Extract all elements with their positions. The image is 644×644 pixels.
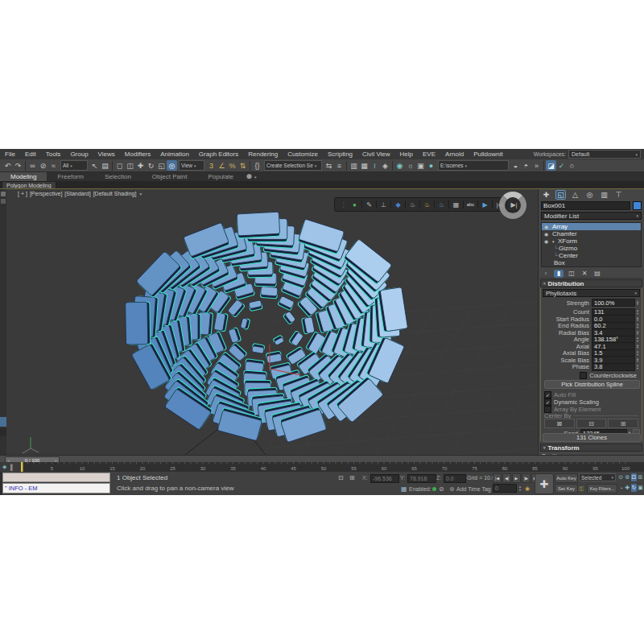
array-panel[interactable] bbox=[237, 212, 280, 238]
zoom-all-button[interactable]: ⊚ bbox=[625, 473, 630, 481]
spinner-arrows[interactable]: ▲▼ bbox=[636, 316, 639, 322]
abc-icon[interactable]: abc bbox=[465, 200, 476, 209]
rotate-icon[interactable]: ↻ bbox=[146, 160, 156, 171]
spinner-arrows[interactable]: ▲▼ bbox=[636, 330, 639, 336]
teapot-blue-icon[interactable]: ♨ bbox=[436, 200, 447, 209]
teapot-yellow-icon[interactable]: ♨ bbox=[422, 200, 432, 209]
pan-button[interactable]: ✚ bbox=[625, 484, 630, 492]
go-start-button[interactable]: |◀ bbox=[493, 473, 502, 483]
viewport-menu-plus[interactable]: [ + ] bbox=[18, 191, 27, 196]
viewport-standard-label[interactable]: [Standard] bbox=[64, 191, 90, 196]
named-sets-icon[interactable]: {} bbox=[252, 160, 262, 171]
spinner-arrows[interactable]: ▲▼ bbox=[636, 309, 639, 315]
filter-icon[interactable]: ▼ bbox=[138, 192, 142, 196]
unlink-icon[interactable]: ⊘ bbox=[38, 160, 48, 171]
ribbon-tab-object-paint[interactable]: Object Paint bbox=[142, 172, 198, 181]
side-dock-tab[interactable] bbox=[0, 428, 6, 436]
menu-help[interactable]: Help bbox=[395, 151, 418, 158]
menu-views[interactable]: Views bbox=[93, 151, 120, 158]
array-panel[interactable] bbox=[228, 328, 241, 344]
play-blue-icon[interactable]: ▶ bbox=[480, 200, 490, 209]
menu-customize[interactable]: Customize bbox=[283, 151, 323, 158]
ribbon-tab-modeling[interactable]: Modeling bbox=[0, 172, 47, 181]
rendered-frame-icon[interactable]: ▣ bbox=[415, 160, 426, 171]
panel-tab-hierarchy[interactable]: △ bbox=[570, 190, 580, 200]
param-field-phase[interactable]: 3.8 bbox=[592, 363, 635, 371]
stack-item-array[interactable]: ◉Array bbox=[542, 223, 641, 230]
maxscript-mini-listener[interactable] bbox=[2, 473, 110, 482]
selection-filter-dropdown[interactable]: All▾ bbox=[60, 160, 88, 171]
menu-file[interactable]: File bbox=[0, 151, 20, 158]
menu-group[interactable]: Group bbox=[65, 151, 93, 158]
set-key-icon[interactable]: ⚿ bbox=[579, 485, 584, 493]
viewport-pov-label[interactable]: [Perspective] bbox=[30, 191, 62, 196]
show-end-result-icon[interactable]: ▮ bbox=[554, 270, 564, 278]
ribbon-tab-populate[interactable]: Populate bbox=[197, 172, 244, 181]
play-button[interactable]: ▶ bbox=[512, 473, 521, 483]
import-icon[interactable]: ◪ bbox=[546, 160, 556, 171]
spinner-arrows[interactable]: ▲▼ bbox=[518, 485, 522, 491]
distribution-type-dropdown[interactable]: Phyllotaxis ▾ bbox=[543, 289, 640, 297]
array-panel[interactable] bbox=[252, 344, 265, 354]
maximize-button[interactable]: ▣ bbox=[638, 484, 643, 492]
place-icon[interactable]: ◎ bbox=[167, 160, 177, 171]
current-frame-field[interactable]: 0 bbox=[493, 484, 517, 493]
array-panel[interactable] bbox=[126, 302, 151, 345]
link-icon[interactable]: ∞ bbox=[27, 160, 38, 171]
connect-icon[interactable]: ○ bbox=[567, 160, 577, 171]
configure-sets-icon[interactable]: ▤ bbox=[592, 270, 602, 278]
spinner-arrows[interactable]: ▲▼ bbox=[636, 350, 639, 356]
named-selection-set-field[interactable]: Create Selection Se▾ bbox=[264, 160, 322, 171]
menu-pulldownit[interactable]: Pulldownit bbox=[469, 151, 507, 158]
param-field-strength[interactable]: 100.0% bbox=[592, 299, 635, 307]
bind-spacewarp-icon[interactable]: ≈ bbox=[48, 160, 59, 171]
center-v-button[interactable]: ⊟ bbox=[576, 419, 607, 428]
pin-blue-icon[interactable]: ◆ bbox=[393, 200, 403, 209]
menu-arnold[interactable]: Arnold bbox=[440, 151, 469, 158]
panel-tab-create[interactable]: ✚ bbox=[541, 190, 551, 200]
time-slider-track[interactable]: ◂ 0 / 100 ▸ bbox=[0, 455, 644, 462]
menu-edit[interactable]: Edit bbox=[20, 151, 41, 158]
isolate-plus-button[interactable]: ✚ bbox=[535, 473, 554, 494]
array-panel[interactable] bbox=[302, 316, 315, 333]
spinner-arrows[interactable]: ▲▼ bbox=[636, 357, 639, 363]
snaps-icon[interactable]: 3 bbox=[206, 160, 217, 171]
key-filters-button[interactable]: Key Filters... bbox=[587, 484, 617, 493]
reference-coordinate-dropdown[interactable]: View▾ bbox=[179, 160, 204, 171]
window-crossing-icon[interactable]: ◫ bbox=[125, 160, 135, 171]
object-color-swatch[interactable] bbox=[633, 201, 642, 210]
array-panel[interactable] bbox=[260, 287, 278, 299]
mute-icon[interactable]: ⊘ bbox=[439, 485, 444, 493]
dynamic-scaling-checkbox[interactable]: ✓ bbox=[544, 398, 551, 406]
angle-snap-icon[interactable]: ∠ bbox=[217, 160, 227, 171]
panel-tab-display[interactable]: ▥ bbox=[599, 190, 609, 200]
workspaces-dropdown[interactable]: Default ▾ bbox=[568, 150, 641, 159]
selection-lock-icon[interactable]: ⊡ bbox=[338, 474, 344, 481]
panel-tab-modify[interactable]: ◱ bbox=[555, 190, 566, 200]
tsquare-icon[interactable]: ⊥ bbox=[378, 200, 389, 209]
check-icon[interactable]: ✓ bbox=[556, 160, 567, 171]
maxscript-listener-line[interactable]: " INFO - EM bbox=[2, 483, 110, 493]
key-mode-dropdown[interactable]: Selected ▾ bbox=[579, 473, 616, 481]
pin-stack-icon[interactable]: ▫ bbox=[541, 270, 551, 278]
center-x-button[interactable]: ⊠ bbox=[544, 419, 575, 428]
panel-tab-utilities[interactable]: ⊤ bbox=[613, 190, 624, 200]
curve-editor-icon[interactable]: ≀ bbox=[369, 160, 380, 171]
auto-key-button[interactable]: Auto Key bbox=[555, 473, 578, 483]
select-region-icon[interactable]: ◻ bbox=[114, 160, 125, 171]
layer-manager-icon[interactable]: ▥ bbox=[349, 160, 359, 171]
auto-fill-checkbox[interactable]: ✓ bbox=[544, 391, 551, 398]
object-name-field[interactable]: Box001 bbox=[541, 201, 630, 210]
remove-modifier-icon[interactable]: ✕ bbox=[580, 270, 589, 278]
spinner-arrows[interactable]: ▲▼ bbox=[636, 323, 639, 328]
array-panel[interactable] bbox=[283, 311, 295, 324]
track-bar[interactable]: ◈ ▐ 510152025303540455055606570758085909… bbox=[0, 462, 644, 472]
array-panel[interactable] bbox=[214, 312, 229, 332]
array-panel[interactable] bbox=[289, 331, 303, 347]
array-panel[interactable] bbox=[266, 351, 282, 363]
counterclockwise-checkbox[interactable] bbox=[580, 372, 587, 379]
current-frame-marker[interactable] bbox=[21, 462, 23, 472]
rollout-transform-header[interactable]: ▾ Transform bbox=[540, 444, 642, 452]
undo-icon[interactable]: ↶ bbox=[2, 160, 13, 171]
more-icon[interactable]: » bbox=[531, 160, 542, 171]
